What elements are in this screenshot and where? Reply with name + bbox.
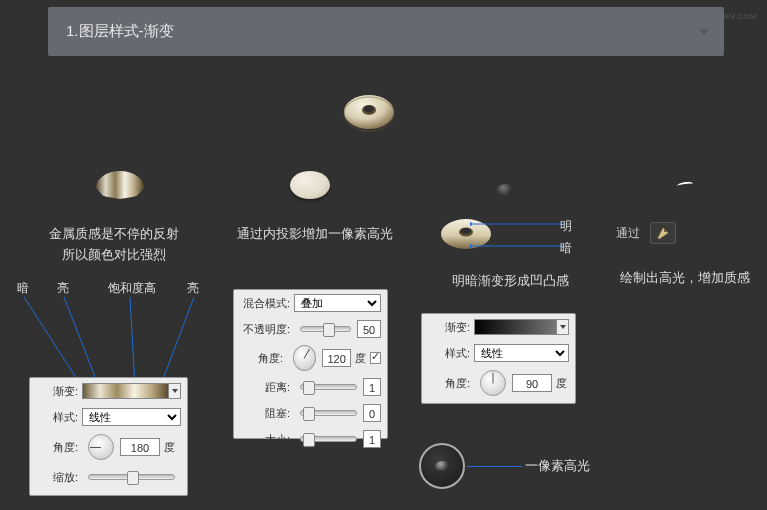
p1-angle-input[interactable]: 180 [120,438,160,456]
col1-cap-line1: 金属质感是不停的反射 [29,224,199,245]
col3-ring-annotated [440,214,492,257]
ellipse-icon [290,171,330,199]
col2-preview [220,155,400,215]
col-metal [30,155,210,215]
p3-style-select[interactable]: 线性 [474,344,569,362]
p2-choke-label: 阻塞: [240,406,294,421]
col2-caption: 通过内投影增加一像素高光 [225,226,405,243]
section-title: 1.图层样式-渐变 [66,22,174,41]
p2-angle-input[interactable]: 120 [322,349,352,367]
svg-line-5 [64,297,99,387]
p3-angle-label: 角度: [428,376,474,391]
hero-ring-icon [343,92,395,132]
svg-line-7 [160,297,194,387]
p2-size-input[interactable]: 1 [363,430,381,448]
p1-gradient-dropdown[interactable] [169,383,181,399]
label-dark: 暗 [560,240,572,257]
panel-innershadow: 混合模式: 叠加 不透明度: 50 角度: 120 度 距离: 1 阻塞: 0 … [233,289,388,439]
p3-grad-label: 渐变: [428,320,474,335]
p3-gradient-dropdown[interactable] [557,319,569,335]
p2-blend-select[interactable]: 叠加 [294,294,381,312]
svg-point-17 [470,222,472,226]
p2-choke-input[interactable]: 0 [363,404,381,422]
svg-point-19 [664,230,666,232]
col1-cap-line2: 所以颜色对比强烈 [29,245,199,266]
col-lightdark [415,160,595,220]
label-light-2: 亮 [187,280,199,297]
p2-dist-input[interactable]: 1 [363,378,381,396]
panel-gradient-1: 渐变: 样式: 线性 角度: 180 度 缩放: [29,377,188,496]
p2-size-slider[interactable] [300,436,357,442]
p1-angle-knob[interactable] [88,434,114,460]
p3-angle-input[interactable]: 90 [512,374,552,392]
p2-opacity-label: 不透明度: [240,322,294,337]
pen-icon [656,226,670,240]
p2-angle-unit: 度 [355,351,366,366]
p2-dist-label: 距离: [240,380,294,395]
col1-pointer-lines [0,297,210,389]
p2-opacity-input[interactable]: 50 [357,320,381,338]
col4-tool-row: 通过 [616,222,676,244]
p2-size-label: 大小: [240,432,294,447]
p3-style-label: 样式: [428,346,474,361]
p1-style-select[interactable]: 线性 [82,408,181,426]
dark-dot-icon [497,184,513,196]
p2-dist-slider[interactable] [300,384,357,390]
col4-caption: 绘制出高光，增加质感 [600,270,767,287]
svg-point-18 [470,244,472,248]
p2-angle-label: 角度: [240,351,287,366]
p1-scale-slider[interactable] [88,474,175,480]
col3-caption: 明暗渐变形成凹凸感 [420,273,600,290]
p2-global-light-checkbox[interactable] [370,352,381,364]
col3-preview [415,160,595,220]
label-dark-1: 暗 [17,280,29,297]
zoom-ring-icon [419,443,465,489]
p1-gradient-swatch[interactable] [82,383,169,399]
col4-preview [605,155,765,215]
p2-angle-knob[interactable] [293,345,316,371]
panel-gradient-2: 渐变: 样式: 线性 角度: 90 度 [421,313,576,404]
zoom-pointer-line [467,466,522,467]
zoom-label: 一像素高光 [525,458,590,475]
zoom-ring [419,443,465,489]
col1-preview [30,155,210,215]
p1-angle-label: 角度: [36,440,82,455]
shield-icon [96,171,144,199]
section-header[interactable]: 1.图层样式-渐变 [48,7,724,56]
p1-angle-unit: 度 [164,440,175,455]
p3-angle-unit: 度 [556,376,567,391]
svg-point-3 [364,106,374,113]
p3-gradient-swatch[interactable] [474,319,557,335]
p3-angle-knob[interactable] [480,370,506,396]
svg-line-4 [24,297,82,387]
p1-scale-label: 缩放: [36,470,82,485]
p2-blend-label: 混合模式: [240,296,294,311]
col4-tong-label: 通过 [616,225,640,242]
p1-style-label: 样式: [36,410,82,425]
p1-grad-label: 渐变: [36,384,82,399]
label-saturation: 饱和度高 [108,280,156,297]
col-innershadow [220,155,400,215]
zoom-ring-inner-icon [435,461,449,471]
p2-choke-slider[interactable] [300,410,357,416]
highlight-arc-icon [677,181,694,189]
label-light-1: 亮 [57,280,69,297]
pen-tool-button[interactable] [650,222,676,244]
svg-line-6 [130,297,135,387]
chevron-down-icon [699,29,709,35]
col1-caption: 金属质感是不停的反射 所以颜色对比强烈 [29,224,199,267]
col-highlight [605,155,765,215]
p2-opacity-slider[interactable] [300,326,351,332]
label-bright: 明 [560,218,572,235]
